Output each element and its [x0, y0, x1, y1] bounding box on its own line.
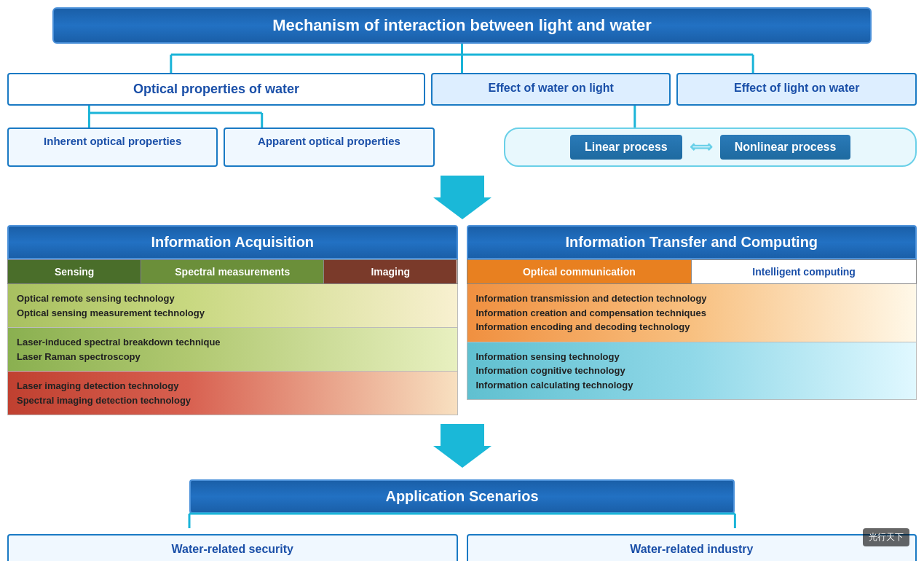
top-row: Optical properties of water Effect of wa…	[7, 73, 917, 106]
info-sections: Information Acquisition Sensing Spectral…	[7, 225, 917, 415]
spectral-content: Laser-induced spectral breakdown techniq…	[7, 328, 458, 372]
watermark: 光行天下	[863, 528, 909, 546]
optical-line3: Information encoding and decoding techno…	[476, 320, 908, 334]
intelligent-line3: Information calculating technology	[476, 378, 908, 393]
sensing-line1: Optical remote sensing technology	[17, 291, 449, 306]
application-scenarios-title: Application Scenarios	[189, 479, 735, 514]
water-industry-box: Water-related industry	[467, 534, 917, 561]
info-transfer-section: Information Transfer and Computing Optic…	[467, 225, 917, 415]
intelligent-line2: Information cognitive technology	[476, 364, 908, 378]
connector-app	[189, 514, 735, 528]
imaging-line2: Spectral imaging detection technology	[17, 393, 449, 408]
water-security-box: Water-related security	[7, 534, 458, 561]
linear-process-box: Linear process	[570, 135, 682, 160]
spectral-line1: Laser-induced spectral breakdown techniq…	[17, 335, 449, 350]
imaging-content: Laser imaging detection technology Spect…	[7, 372, 458, 415]
double-arrow-icon: ⟺	[690, 138, 713, 157]
intelligent-line1: Information sensing technology	[476, 350, 908, 364]
effect-light-on-water-box: Effect of light on water	[676, 73, 917, 106]
imaging-line1: Laser imaging detection technology	[17, 379, 449, 393]
tab-spectral[interactable]: Spectral measurements	[141, 260, 324, 283]
spectral-line2: Laser Raman spectroscopy	[17, 350, 449, 364]
connector-svg-top	[7, 44, 917, 73]
sensing-line2: Optical sensing measurement technology	[17, 306, 449, 321]
effect-water-on-light-box: Effect of water on light	[431, 73, 671, 106]
tab-optical-comm[interactable]: Optical communication	[467, 259, 692, 284]
info-transfer-title: Information Transfer and Computing	[467, 225, 917, 259]
acquisition-tabs: Sensing Spectral measurements Imaging	[7, 259, 458, 284]
connector-svg-row2	[7, 106, 917, 128]
sub-row: Inherent optical properties Apparent opt…	[7, 128, 917, 167]
tab-imaging[interactable]: Imaging	[324, 260, 457, 283]
sensing-content: Optical remote sensing technology Optica…	[7, 284, 458, 328]
optical-props-box: Optical properties of water	[7, 73, 425, 106]
tab-sensing[interactable]: Sensing	[8, 260, 141, 283]
linear-nonlinear-container: Linear process ⟺ Nonlinear process	[504, 128, 917, 167]
transfer-tabs: Optical communication Intelligent comput…	[467, 259, 917, 284]
inherent-optical-box: Inherent optical properties	[7, 128, 218, 167]
apparent-optical-box: Apparent optical properties	[224, 128, 434, 167]
main-title: Mechanism of interaction between light a…	[52, 7, 871, 44]
big-down-arrow	[433, 176, 491, 219]
optical-line1: Information transmission and detection t…	[476, 291, 908, 306]
intelligent-content: Information sensing technology Informati…	[467, 342, 917, 401]
optical-comm-content: Information transmission and detection t…	[467, 284, 917, 342]
optical-line2: Information creation and compensation te…	[476, 306, 908, 321]
nonlinear-process-box: Nonlinear process	[720, 135, 851, 160]
big-down-arrow-2	[433, 424, 491, 468]
tab-intelligent[interactable]: Intelligent computing	[691, 259, 917, 284]
info-acquisition-section: Information Acquisition Sensing Spectral…	[7, 225, 458, 415]
application-row: Water-related security Water-related ind…	[7, 534, 917, 561]
info-acquisition-title: Information Acquisition	[7, 225, 458, 259]
